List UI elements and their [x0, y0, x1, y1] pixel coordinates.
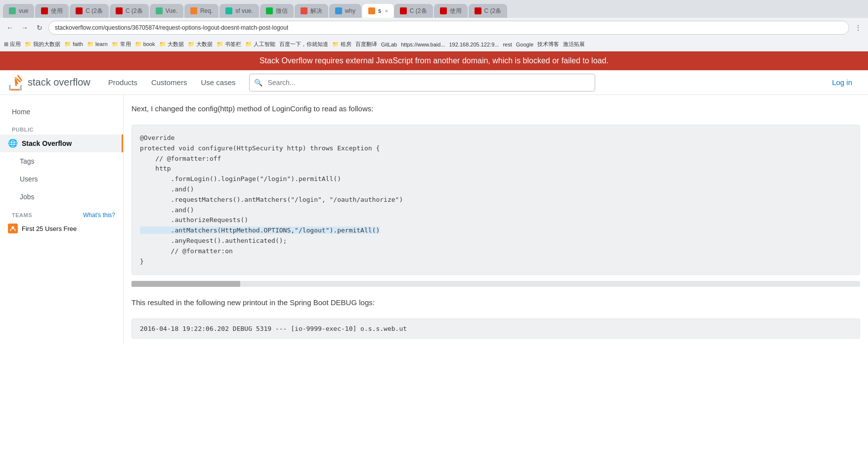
- intro-text: Next, I changed the config(http) method …: [131, 95, 860, 119]
- teams-item-label: First 25 Users Free: [22, 225, 77, 232]
- code-line-9: .antMatchers(HttpMethod.OPTIONS,"/logout…: [140, 226, 852, 236]
- browser-toolbar: ← → ↻ stackoverflow.com/questions/367058…: [0, 18, 868, 38]
- browser-tab-req[interactable]: Req.: [184, 4, 218, 18]
- bookmark-ip[interactable]: 192.168.205.122:9...: [449, 42, 499, 47]
- bookmark-rest[interactable]: rest: [503, 42, 512, 47]
- tab-favicon: [190, 7, 197, 14]
- tab-label: Vue.: [166, 7, 177, 14]
- tab-favicon: [475, 7, 481, 14]
- tab-label: 解决: [310, 7, 322, 15]
- so-main: Home PUBLIC 🌐 Stack Overflow Tags Users …: [0, 95, 868, 345]
- bookmark-ext[interactable]: 激活拓展: [563, 41, 585, 48]
- tab-label: 使用: [51, 7, 63, 15]
- browser-tab-c4[interactable]: C (2条: [469, 4, 508, 18]
- so-content: Next, I changed the config(http) method …: [124, 95, 868, 345]
- browser-tabs: vue 使用 C (2条 C (2条 Vue. Req. sf vue. 微信: [0, 0, 868, 18]
- forward-button[interactable]: →: [19, 22, 31, 34]
- tab-label: s: [378, 7, 381, 14]
- nav-use-cases[interactable]: Use cases: [195, 74, 241, 91]
- bookmark-ai[interactable]: 📁 人工智能: [245, 41, 275, 48]
- search-icon: 🔍: [254, 79, 262, 87]
- bookmark-book[interactable]: 📁 book: [135, 41, 155, 47]
- browser-tab-use2[interactable]: 使用: [434, 4, 468, 18]
- browser-tab-c2[interactable]: C (2条: [110, 4, 149, 18]
- bookmark-apps[interactable]: ⊞ 应用: [4, 41, 21, 48]
- browser-tab-c3[interactable]: C (2条: [394, 4, 433, 18]
- extensions-button[interactable]: ⋮: [852, 22, 864, 34]
- teams-header: TEAMS What's this?: [0, 206, 123, 221]
- tab-label: C (2条: [86, 7, 103, 15]
- bookmark-data2[interactable]: 📁 大数据: [188, 41, 213, 48]
- bookmark-gitlab[interactable]: GitLab: [381, 42, 397, 47]
- bookmark-translate[interactable]: 百度翻译: [355, 41, 377, 48]
- code-line-0: @Override: [140, 133, 852, 143]
- debug-log-block: 2016-04-18 19:22:06.202 DEBUG 5319 --- […: [131, 318, 860, 339]
- browser-tab-use[interactable]: 使用: [35, 4, 69, 18]
- so-sidebar: Home PUBLIC 🌐 Stack Overflow Tags Users …: [0, 95, 124, 345]
- tab-label: C (2条: [126, 7, 143, 15]
- tab-label: sf vue.: [235, 7, 253, 14]
- sidebar-item-tags[interactable]: Tags: [0, 152, 123, 170]
- tab-favicon: [368, 7, 375, 14]
- bookmark-bigdata[interactable]: 📁 我的大数据: [25, 41, 60, 48]
- tab-label: C (2条: [410, 7, 427, 15]
- browser-tab-why[interactable]: why: [329, 4, 361, 18]
- sidebar-public-label: PUBLIC: [0, 121, 123, 135]
- teams-what-this[interactable]: What's this?: [83, 212, 115, 219]
- so-search: 🔍: [249, 74, 595, 91]
- browser-tab-solve[interactable]: 解决: [295, 4, 328, 18]
- code-block-main: @Override protected void configure(HttpS…: [131, 125, 860, 275]
- back-button[interactable]: ←: [4, 22, 16, 34]
- code-line-8: .authorizeRequests(): [140, 215, 852, 226]
- debug-log-line: 2016-04-18 19:22:06.202 DEBUG 5319 --- […: [140, 325, 407, 332]
- sidebar-item-stackoverflow[interactable]: 🌐 Stack Overflow: [0, 135, 123, 152]
- search-input[interactable]: [249, 74, 595, 91]
- bookmark-tech[interactable]: 技术博客: [537, 41, 559, 48]
- browser-chrome: vue 使用 C (2条 C (2条 Vue. Req. sf vue. 微信: [0, 0, 868, 51]
- browser-tab-so[interactable]: s ×: [362, 4, 394, 18]
- highlighted-code: .antMatchers(HttpMethod.OPTIONS,"/logout…: [140, 226, 380, 234]
- sidebar-item-label: Stack Overflow: [22, 136, 72, 150]
- bookmark-data1[interactable]: 📁 大数据: [159, 41, 184, 48]
- so-banner: Stack Overflow requires external JavaScr…: [0, 51, 868, 70]
- browser-tab-vue[interactable]: vue: [3, 4, 34, 18]
- bookmark-common[interactable]: 📁 常用: [112, 41, 131, 48]
- tab-label: C (2条: [484, 7, 502, 15]
- bookmark-google[interactable]: Google: [516, 42, 533, 47]
- sidebar-item-teams[interactable]: First 25 Users Free: [0, 221, 123, 235]
- sidebar-item-users[interactable]: Users: [0, 170, 123, 188]
- close-icon[interactable]: ×: [385, 8, 388, 14]
- bookmark-rent[interactable]: 📁 租房: [332, 41, 351, 48]
- so-logo-icon: [8, 75, 24, 91]
- tab-favicon: [301, 7, 307, 14]
- tab-favicon: [335, 7, 342, 14]
- code-scrollbar[interactable]: [131, 281, 860, 287]
- browser-tab-sf[interactable]: sf vue.: [219, 4, 259, 18]
- code-scrollbar-thumb[interactable]: [131, 281, 240, 287]
- so-header: stack overflow Products Customers Use ca…: [0, 70, 868, 95]
- code-scrollbar-area: [131, 281, 860, 287]
- code-line-2: // @formatter:off: [140, 154, 852, 164]
- bookmark-baidu[interactable]: 百度一下，你就知道: [279, 41, 328, 48]
- browser-tab-vue2[interactable]: Vue.: [150, 4, 183, 18]
- url-bar[interactable]: stackoverflow.com/questions/36705874/req…: [48, 21, 849, 35]
- code-line-10: .anyRequest().authenticated();: [140, 236, 852, 246]
- bookmark-faith[interactable]: 📁 faith: [64, 41, 83, 47]
- bookmark-bookmarks[interactable]: 📁 书签栏: [217, 41, 241, 48]
- sidebar-item-jobs[interactable]: Jobs: [0, 188, 123, 206]
- nav-customers[interactable]: Customers: [145, 74, 193, 91]
- sidebar-home[interactable]: Home: [0, 103, 123, 121]
- browser-tab-c1[interactable]: C (2条: [70, 4, 109, 18]
- tab-favicon: [225, 7, 232, 14]
- code-line-6: .requestMatchers().antMatchers("/login",…: [140, 195, 852, 205]
- browser-bookmarks: ⊞ 应用 📁 我的大数据 📁 faith 📁 learn 📁 常用 📁 book…: [0, 38, 868, 51]
- code-line-1: protected void configure(HttpSecurity ht…: [140, 143, 852, 154]
- reload-button[interactable]: ↻: [34, 22, 45, 34]
- tab-label: why: [345, 7, 355, 14]
- login-button[interactable]: Log in: [824, 74, 860, 91]
- bookmark-baid[interactable]: https://www.baid...: [401, 42, 445, 47]
- bookmark-learn[interactable]: 📁 learn: [87, 41, 108, 47]
- so-logo[interactable]: stack overflow: [8, 75, 90, 91]
- nav-products[interactable]: Products: [102, 74, 143, 91]
- browser-tab-wechat[interactable]: 微信: [260, 4, 294, 18]
